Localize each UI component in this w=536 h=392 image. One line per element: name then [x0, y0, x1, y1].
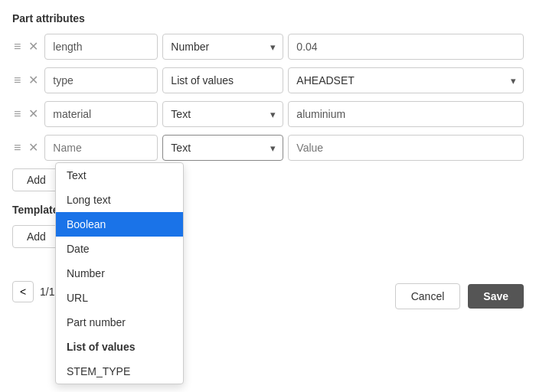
- type-display-type: List of values: [162, 67, 283, 93]
- save-button[interactable]: Save: [468, 284, 524, 309]
- bottom-bar: Cancel Save: [395, 283, 524, 309]
- page-info: 1/1: [40, 286, 54, 298]
- type-select-wrapper-new: Text Long text Boolean Date Number URL P…: [162, 135, 283, 161]
- add-deliverable-button[interactable]: Add: [12, 225, 60, 248]
- section-title: Part attributes: [12, 12, 524, 24]
- value-input-material[interactable]: [288, 101, 524, 127]
- remove-btn-new[interactable]: ✕: [27, 139, 40, 157]
- dropdown-item-number[interactable]: Number: [56, 261, 183, 286]
- type-dropdown: Text Long text Boolean Date Number URL P…: [55, 162, 184, 384]
- type-label-wrapper-type: List of values: [162, 67, 283, 93]
- dropdown-item-partnumber[interactable]: Part number: [56, 310, 183, 335]
- dropdown-item-text[interactable]: Text: [56, 163, 183, 188]
- value-select-wrapper-type: AHEADSET: [288, 67, 524, 93]
- type-select-wrapper-length: Number Text Long text Boolean Date URL P…: [162, 34, 283, 60]
- remove-btn-length[interactable]: ✕: [27, 38, 40, 56]
- prev-page-button[interactable]: <: [12, 281, 34, 302]
- value-input-length[interactable]: [288, 34, 524, 60]
- attribute-row-material: ≡ ✕ Text Long text Boolean Date Number U…: [12, 101, 524, 127]
- dropdown-item-listofvalues[interactable]: List of values: [56, 335, 183, 359]
- attribute-row-length: ≡ ✕ Number Text Long text Boolean Date U…: [12, 34, 524, 60]
- value-input-new[interactable]: [288, 135, 524, 161]
- drag-handle-type[interactable]: ≡: [12, 70, 22, 90]
- remove-btn-type[interactable]: ✕: [27, 71, 40, 90]
- name-input-new[interactable]: [44, 135, 158, 161]
- drag-handle-new[interactable]: ≡: [12, 138, 22, 158]
- drag-handle-material[interactable]: ≡: [12, 104, 22, 124]
- dropdown-item-date[interactable]: Date: [56, 237, 183, 261]
- attribute-row-type: ≡ ✕ List of values AHEADSET: [12, 67, 524, 93]
- type-select-material[interactable]: Text Long text Boolean Date Number URL P…: [162, 101, 283, 127]
- add-attribute-button[interactable]: Add: [12, 168, 60, 191]
- dropdown-item-longtext[interactable]: Long text: [56, 188, 183, 212]
- remove-btn-material[interactable]: ✕: [27, 105, 40, 123]
- drag-handle-length[interactable]: ≡: [12, 37, 22, 57]
- dropdown-item-stemtype[interactable]: STEM_TYPE: [56, 359, 183, 384]
- name-input-type[interactable]: [44, 67, 158, 93]
- value-select-type[interactable]: AHEADSET: [288, 67, 524, 93]
- name-input-length[interactable]: [44, 34, 158, 60]
- dropdown-item-boolean[interactable]: Boolean: [56, 212, 183, 237]
- type-select-new[interactable]: Text Long text Boolean Date Number URL P…: [162, 135, 283, 161]
- name-input-material[interactable]: [44, 101, 158, 127]
- cancel-button[interactable]: Cancel: [395, 283, 461, 309]
- type-select-wrapper-material: Text Long text Boolean Date Number URL P…: [162, 101, 283, 127]
- type-select-length[interactable]: Number Text Long text Boolean Date URL P…: [162, 34, 283, 60]
- dropdown-item-url[interactable]: URL: [56, 286, 183, 310]
- attribute-row-new: ≡ ✕ Text Long text Boolean Date Number U…: [12, 135, 524, 161]
